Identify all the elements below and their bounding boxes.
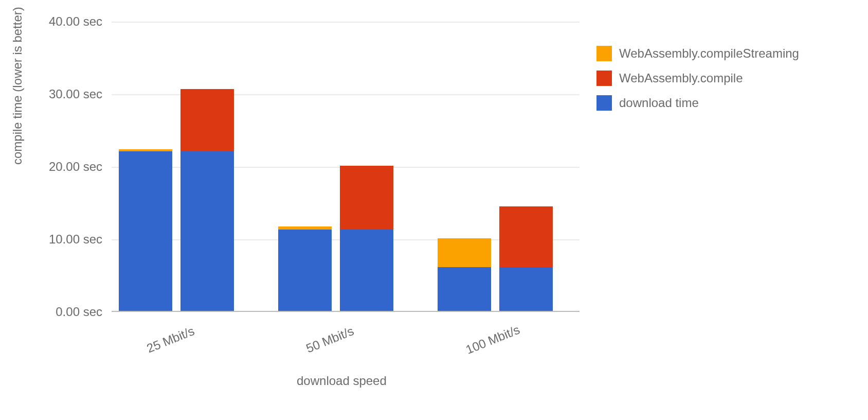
bar	[340, 166, 393, 311]
legend-swatch	[596, 46, 612, 61]
bar	[119, 149, 172, 311]
bar	[499, 206, 553, 311]
bar-segment	[278, 230, 332, 311]
bar	[438, 238, 491, 311]
bars-area	[112, 21, 580, 311]
bar-segment	[438, 267, 491, 311]
plot-area	[112, 22, 580, 312]
x-tick-label: 100 Mbit/s	[464, 322, 522, 357]
legend-item: download time	[596, 91, 799, 115]
bar	[278, 226, 332, 311]
bar-segment	[180, 89, 234, 151]
legend-label: WebAssembly.compileStreaming	[619, 46, 799, 61]
y-tick-label: 30.00 sec	[5, 87, 102, 101]
bar-segment	[438, 238, 491, 267]
legend-swatch	[596, 95, 612, 111]
y-tick-label: 0.00 sec	[5, 305, 102, 319]
legend-label: download time	[619, 96, 699, 110]
bar-segment	[119, 151, 172, 311]
chart-container: compile time (lower is better) 0.00 sec1…	[0, 0, 868, 420]
y-tick-label: 20.00 sec	[5, 160, 102, 174]
x-tick-label: 50 Mbit/s	[304, 324, 356, 356]
legend-label: WebAssembly.compile	[619, 71, 743, 85]
bar	[180, 89, 234, 311]
y-axis-label: compile time (lower is better)	[10, 7, 25, 165]
bar-segment	[499, 206, 553, 267]
legend-item: WebAssembly.compileStreaming	[596, 41, 799, 66]
x-tick-label: 25 Mbit/s	[144, 324, 196, 356]
bar-segment	[180, 151, 234, 311]
legend: WebAssembly.compileStreamingWebAssembly.…	[596, 41, 799, 115]
bar-segment	[499, 267, 553, 311]
legend-swatch	[596, 71, 612, 86]
bar-segment	[340, 166, 393, 230]
x-axis-label: download speed	[297, 374, 387, 388]
y-tick-label: 40.00 sec	[5, 14, 102, 29]
bar-segment	[340, 230, 393, 311]
legend-item: WebAssembly.compile	[596, 66, 799, 91]
y-tick-label: 10.00 sec	[5, 232, 102, 247]
